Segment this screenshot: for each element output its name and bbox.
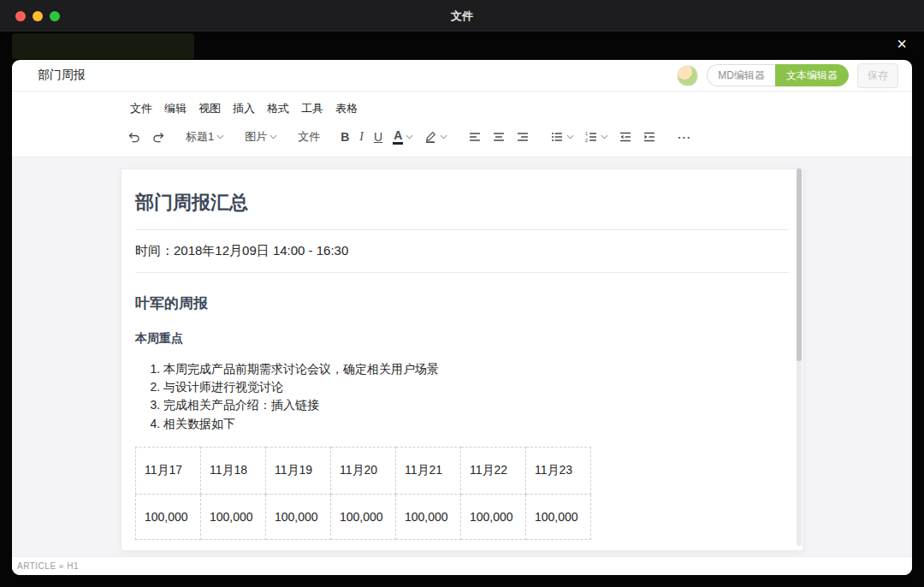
chevron-down-icon [270, 134, 277, 139]
window-title: 文件 [451, 9, 473, 24]
md-editor-button[interactable]: MD编辑器 [707, 64, 775, 86]
scrollbar-thumb[interactable] [797, 169, 802, 361]
editor-modal: 部门周报 MD编辑器 文本编辑器 保存 文件 编辑 视图 插入 格式 工具 表格 [12, 60, 912, 575]
outdent-icon [619, 130, 632, 144]
menu-edit[interactable]: 编辑 [163, 100, 188, 117]
insert-image-dropdown[interactable]: 图片 [240, 126, 281, 148]
modal-backdrop: × 部门周报 MD编辑器 文本编辑器 保存 文件 编辑 视图 插入 格式 工具 … [0, 32, 924, 587]
save-button[interactable]: 保存 [857, 63, 898, 88]
list-item[interactable]: 与设计师进行视觉讨论 [163, 379, 789, 394]
bold-label: B [341, 130, 349, 144]
heading-style-dropdown[interactable]: 标题1 [181, 126, 228, 148]
editor-content-area: 部门周报汇总 时间：2018年12月09日 14:00 - 16:30 叶军的周… [12, 157, 912, 556]
align-right-button[interactable] [512, 126, 534, 148]
align-left-button[interactable] [464, 126, 486, 148]
close-window-button[interactable] [15, 11, 26, 21]
heading-style-label: 标题1 [186, 129, 214, 145]
more-icon: ⋯ [677, 129, 691, 145]
bullet-list-dropdown[interactable] [546, 126, 578, 148]
ordered-list-icon: 12 [584, 130, 598, 144]
traffic-lights [15, 0, 60, 32]
menu-insert[interactable]: 插入 [231, 100, 257, 117]
insert-image-label: 图片 [245, 129, 267, 145]
table-row: 11月17 11月18 11月19 11月20 11月21 11月22 11月2… [136, 447, 591, 494]
table-cell[interactable]: 11月22 [461, 447, 526, 494]
data-table: 11月17 11月18 11月19 11月20 11月21 11月22 11月2… [135, 447, 591, 540]
align-right-icon [516, 130, 530, 144]
divider [135, 272, 789, 273]
chevron-down-icon [601, 134, 608, 139]
more-tools-button[interactable]: ⋯ [672, 126, 696, 148]
highlight-color-dropdown[interactable] [419, 126, 452, 148]
menu-table[interactable]: 表格 [334, 100, 359, 117]
indent-button[interactable] [638, 126, 660, 148]
doc-meta-time[interactable]: 时间：2018年12月09日 14:00 - 16:30 [135, 243, 789, 259]
table-row: 100,000 100,000 100,000 100,000 100,000 … [136, 494, 591, 539]
font-color-icon: A [393, 129, 403, 145]
chevron-down-icon [566, 134, 574, 139]
doc-heading2[interactable]: 叶军的周报 [135, 294, 789, 313]
italic-label: I [359, 130, 364, 144]
undo-button[interactable] [123, 126, 145, 148]
minimize-window-button[interactable] [33, 11, 43, 21]
table-cell[interactable]: 100,000 [526, 494, 591, 539]
bullet-list-icon [550, 130, 564, 144]
insert-file-label: 文件 [298, 129, 320, 145]
menu-format[interactable]: 格式 [265, 100, 291, 117]
header-actions: MD编辑器 文本编辑器 保存 [677, 63, 898, 88]
list-item[interactable]: 本周完成产品前期需求讨论会议，确定相关用户场景 [163, 361, 789, 377]
bold-button[interactable]: B [336, 126, 353, 148]
indent-icon [643, 130, 656, 144]
underline-button[interactable]: U [370, 126, 387, 148]
list-item[interactable]: 完成相关产品介绍：插入链接 [163, 397, 789, 412]
menu-view[interactable]: 视图 [197, 100, 222, 117]
align-left-icon [468, 130, 482, 144]
table-cell[interactable]: 100,000 [331, 494, 396, 539]
background-window-remnant [12, 33, 194, 59]
outdent-button[interactable] [614, 126, 637, 148]
table-cell[interactable]: 11月19 [266, 447, 331, 494]
close-icon[interactable]: × [897, 35, 907, 52]
text-editor-button[interactable]: 文本编辑器 [775, 64, 849, 86]
table-cell[interactable]: 11月23 [526, 447, 591, 494]
divider [135, 229, 789, 230]
table-cell[interactable]: 100,000 [266, 494, 331, 539]
highlighter-icon [424, 130, 437, 144]
table-cell[interactable]: 100,000 [136, 494, 201, 539]
avatar[interactable] [677, 65, 698, 86]
doc-section-focus-title[interactable]: 本周重点 [135, 331, 789, 347]
menu-tools[interactable]: 工具 [299, 100, 325, 117]
table-cell[interactable]: 11月18 [201, 447, 266, 494]
align-center-icon [492, 130, 506, 144]
modal-header: 部门周报 MD编辑器 文本编辑器 保存 [12, 60, 912, 92]
document-title: 部门周报 [38, 68, 86, 83]
undo-icon [127, 130, 141, 144]
underline-label: U [374, 130, 382, 144]
italic-button[interactable]: I [355, 126, 368, 148]
menu-bar: 文件 编辑 视图 插入 格式 工具 表格 [12, 92, 912, 122]
list-item[interactable]: 相关数据如下 [163, 416, 789, 431]
redo-button[interactable] [147, 126, 169, 148]
zoom-window-button[interactable] [50, 11, 60, 21]
chevron-down-icon [216, 134, 224, 139]
table-cell[interactable]: 11月21 [396, 447, 461, 494]
align-center-button[interactable] [488, 126, 510, 148]
svg-text:1: 1 [585, 131, 588, 136]
ordered-list-dropdown[interactable]: 12 [580, 126, 613, 148]
font-color-dropdown[interactable]: A [388, 126, 418, 148]
table-cell[interactable]: 100,000 [396, 494, 461, 539]
document-page[interactable]: 部门周报汇总 时间：2018年12月09日 14:00 - 16:30 叶军的周… [121, 169, 803, 551]
editor-mode-switch: MD编辑器 文本编辑器 [707, 64, 849, 86]
focus-list: 本周完成产品前期需求讨论会议，确定相关用户场景 与设计师进行视觉讨论 完成相关产… [135, 361, 789, 431]
insert-file-button[interactable]: 文件 [293, 126, 324, 148]
table-cell[interactable]: 100,000 [201, 494, 266, 539]
chevron-down-icon [406, 134, 413, 139]
doc-heading1[interactable]: 部门周报汇总 [135, 190, 789, 216]
table-cell[interactable]: 100,000 [461, 494, 526, 539]
table-cell[interactable]: 11月17 [136, 447, 201, 494]
table-cell[interactable]: 11月20 [331, 447, 396, 494]
menu-file[interactable]: 文件 [128, 100, 154, 117]
redo-icon [151, 130, 165, 144]
macos-titlebar: 文件 [0, 0, 924, 32]
status-bar: ARTICLE » H1 [12, 556, 912, 575]
